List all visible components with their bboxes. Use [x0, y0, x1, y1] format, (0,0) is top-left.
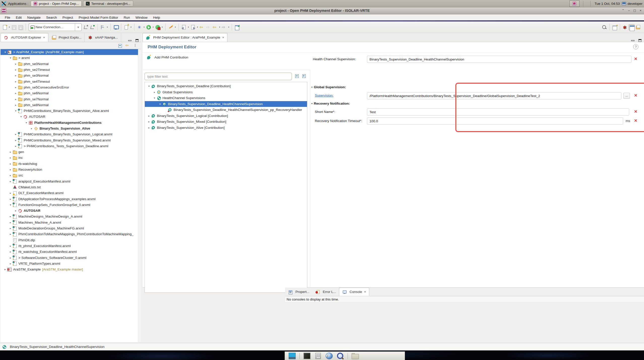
tree-item[interactable]: ▸Global Supervisions — [145, 89, 307, 95]
hierarchy-dropdown-icon[interactable]: ▾ — [106, 24, 109, 30]
expander-closed-icon[interactable]: ▸ — [29, 127, 34, 130]
tree-item[interactable]: ▾>arxml — [1, 55, 141, 61]
expander-closed-icon[interactable]: ▸ — [147, 120, 151, 123]
tree-item[interactable]: ▸phm_se2Timeout — [1, 67, 141, 73]
new-window-button[interactable] — [234, 24, 240, 30]
expander-closed-icon[interactable]: ▸ — [14, 63, 18, 65]
logged-in-user[interactable]: developer — [628, 2, 642, 6]
tree-item[interactable]: ▸PHMContributions_BinaryTests_Supervisio… — [1, 137, 141, 143]
save-all-button[interactable] — [17, 24, 23, 30]
profile-dropdown-icon[interactable]: ▾ — [161, 24, 163, 30]
export-log-button[interactable] — [190, 24, 196, 30]
expander-closed-icon[interactable]: ▸ — [14, 139, 18, 142]
expander-closed-icon[interactable]: ▸ — [8, 245, 13, 247]
menu-project[interactable]: Project — [60, 15, 76, 20]
remove-timeout-icon[interactable]: × — [634, 118, 637, 123]
remove-health-channel-icon[interactable]: × — [634, 56, 637, 61]
tree-item[interactable]: ▸DLT_ExecutionManifest.arxml — [1, 190, 141, 196]
expander-closed-icon[interactable]: ▸ — [8, 262, 13, 265]
open-perspective-button[interactable] — [612, 24, 618, 30]
tree-item[interactable]: ▸Machines_Machine_A.arxml — [1, 220, 141, 225]
menu-search[interactable]: Search — [43, 15, 60, 20]
tree-item[interactable]: ▸rb_watchdog_ExecutionManifest.arxml — [1, 249, 141, 255]
expander-closed-icon[interactable]: ▸ — [14, 98, 18, 101]
view-menu-icon[interactable] — [133, 43, 138, 48]
expander-closed-icon[interactable]: ▸ — [14, 68, 18, 71]
close-icon[interactable]: × — [43, 36, 45, 39]
clock[interactable]: Tue 1 Oct, 04:53 — [595, 2, 620, 6]
tree-item[interactable]: ▸inc — [1, 155, 141, 161]
menu-help[interactable]: Help — [150, 15, 163, 20]
tree-item[interactable]: ▸phm_se6Normal — [1, 90, 141, 96]
tree-item[interactable]: ▸phm_se3Normal — [1, 73, 141, 78]
minimize-editor-icon[interactable] — [631, 40, 634, 41]
maximize-button[interactable]: ◻ — [633, 8, 636, 13]
collapse-all-icon[interactable] — [118, 43, 122, 48]
next-edit-location-button[interactable] — [206, 24, 212, 30]
expander-closed-icon[interactable]: ▸ — [14, 104, 18, 106]
profile-button[interactable] — [155, 24, 161, 30]
hierarchy-button[interactable] — [100, 24, 106, 30]
expander-closed-icon[interactable]: ▸ — [8, 256, 13, 259]
expander-closed-icon[interactable]: ▸ — [14, 209, 18, 212]
maximize-editor-icon[interactable] — [638, 39, 641, 42]
back-dropdown-icon[interactable]: ▾ — [218, 24, 221, 30]
menu-project-model-form-editor[interactable]: Project Model Form Editor — [76, 15, 121, 20]
tray-isolar-button[interactable] — [569, 1, 580, 7]
save-button[interactable] — [11, 24, 17, 30]
tab-console[interactable]: Console × — [339, 288, 369, 296]
xaap-perspective-button[interactable] — [622, 24, 628, 30]
recovery-timeout-field[interactable]: 100.0 — [367, 117, 623, 125]
taskbar-window-terminal[interactable]: Terminal - developer@rt... — [83, 1, 133, 7]
expander-closed-icon[interactable]: ▸ — [8, 151, 13, 153]
tree-item[interactable]: ▸ModeDeclarationGroups_MachineFG.arxml — [1, 225, 141, 231]
filter-input[interactable]: type filter text — [145, 73, 292, 80]
launch-config-button[interactable] — [123, 24, 129, 30]
tree-item[interactable]: ▸phm_se4Timeout — [1, 78, 141, 84]
tree-item[interactable]: ▸>PHMContributions_Tests_Supervision_Dea… — [1, 143, 141, 149]
close-icon[interactable]: × — [222, 36, 224, 39]
close-icon[interactable]: × — [364, 290, 366, 294]
tab-project-explorer[interactable]: Project Explo... — [48, 33, 85, 42]
tree-item[interactable]: ▸rb-watchdog — [1, 161, 141, 167]
debug-dropdown-icon[interactable]: ▾ — [143, 24, 145, 30]
expander-closed-icon[interactable]: ▸ — [8, 174, 13, 177]
launch-dropdown-icon[interactable]: ▾ — [130, 24, 132, 30]
expander-closed-icon[interactable]: ▸ — [147, 126, 151, 129]
expander-open-icon[interactable]: ▾ — [14, 109, 18, 112]
file-manager-icon[interactable] — [351, 352, 359, 359]
expander-open-icon[interactable]: ▾ — [8, 56, 13, 59]
expander-closed-icon[interactable]: ▸ — [14, 145, 18, 147]
connect-target-button[interactable] — [83, 24, 89, 30]
menu-run[interactable]: Run — [121, 15, 133, 20]
expander-open-icon[interactable]: ▾ — [3, 51, 7, 53]
short-name-field[interactable]: Test — [367, 108, 629, 115]
tree-item[interactable]: ▾>AraPHM_Example[AraPHM_Example main] — [1, 49, 141, 55]
tree-item[interactable]: ▸PhmContributionToMachineMappings_PhmCon… — [1, 231, 141, 237]
file-cabinet-icon[interactable] — [314, 352, 322, 359]
tree-item[interactable]: ▾BinaryTests_Supervision_Deadline_Health… — [145, 101, 307, 107]
export-dropdown-icon[interactable]: ▾ — [196, 24, 199, 30]
expander-open-icon[interactable]: ▾ — [24, 121, 28, 124]
tree-item[interactable]: ▸PHMContributions_BinaryTests_Supervisio… — [1, 131, 141, 137]
collapse-all-icon[interactable] — [295, 74, 300, 79]
current-perspective-button[interactable] — [629, 24, 635, 30]
run-button[interactable] — [146, 24, 152, 30]
expander-closed-icon[interactable]: ▸ — [8, 180, 13, 183]
help-icon[interactable]: ? — [633, 44, 638, 49]
highlight-dropdown-icon[interactable]: ▾ — [174, 24, 177, 30]
expander-open-icon[interactable]: ▾ — [147, 85, 151, 87]
run-dropdown-icon[interactable]: ▾ — [152, 24, 154, 30]
tree-item[interactable]: ▸arapipcd_ExecutionManifest.arxml — [1, 178, 141, 184]
add-phm-contribution-button[interactable]: Add PHM Contribution — [147, 55, 188, 59]
tree-item[interactable]: BinaryTests_Supervision_Deadline_HealthC… — [145, 107, 307, 113]
expander-closed-icon[interactable]: ▸ — [3, 268, 7, 271]
search-button[interactable] — [601, 24, 607, 30]
expander-closed-icon[interactable]: ▸ — [14, 74, 18, 77]
supervision-field[interactable]: /PlatformHealthManagementContributions/B… — [367, 92, 621, 99]
forward-dropdown-icon[interactable]: ▾ — [227, 24, 230, 30]
expander-closed-icon[interactable]: ▸ — [8, 233, 13, 235]
debug-button[interactable] — [137, 24, 143, 30]
menu-window[interactable]: Window — [133, 15, 150, 20]
tree-item[interactable]: ▸BinaryTests_Supervision_Logical [Contri… — [145, 113, 307, 119]
